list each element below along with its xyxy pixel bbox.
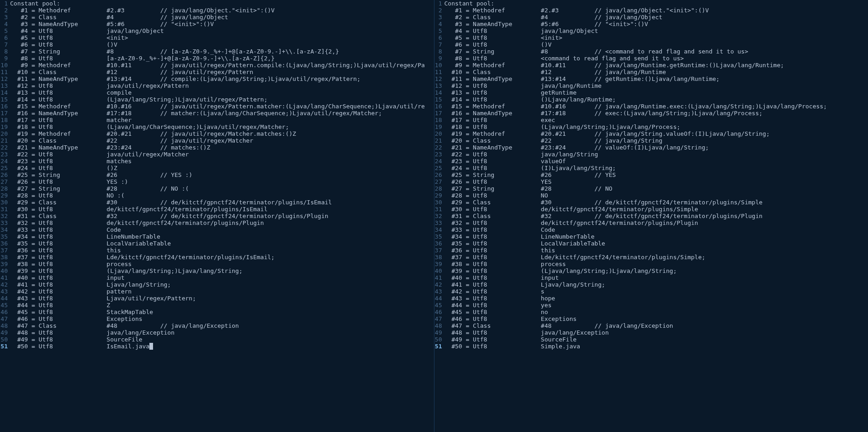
text-cursor — [149, 343, 153, 350]
code-line: #19 = Methodref #20.#21 // java/util/reg… — [10, 130, 434, 137]
line-number: 40 — [434, 267, 442, 274]
code-line: #15 = Methodref #10.#16 // java/util/reg… — [10, 103, 434, 110]
code-line: #32 = Utf8 de/kitctf/gpnctf24/terminator… — [445, 219, 868, 226]
code-line: #34 = Utf8 LineNumberTable — [445, 233, 868, 240]
code-line: #45 = Utf8 StackMapTable — [10, 309, 434, 315]
line-number: 30 — [0, 199, 8, 206]
line-number: 29 — [0, 192, 8, 199]
line-number: 19 — [0, 123, 8, 130]
line-number: 45 — [0, 302, 8, 309]
line-number: 48 — [0, 322, 8, 329]
line-number: 50 — [434, 336, 442, 343]
code-line: #4 = Utf8 java/lang/Object — [445, 27, 868, 34]
code-line: #39 = Utf8 (Ljava/lang/String;)Ljava/lan… — [10, 267, 434, 274]
right-pane[interactable]: 1234567891011121314151617181920212223242… — [434, 0, 868, 432]
line-number: 46 — [0, 309, 8, 315]
left-content[interactable]: Constant pool: #1 = Methodref #2.#3 // j… — [10, 0, 434, 350]
line-number: 3 — [0, 14, 8, 21]
code-line: #43 = Utf8 Ljava/util/regex/Pattern; — [10, 295, 434, 302]
code-line: #26 = Utf8 YES :) — [10, 178, 434, 185]
code-line: #9 = Methodref #10.#11 // java/util/rege… — [10, 62, 434, 69]
code-line: #48 = Utf8 java/lang/Exception — [10, 329, 434, 336]
line-number: 15 — [434, 96, 442, 103]
code-line: #25 = String #26 // YES :) — [10, 171, 434, 178]
line-number: 34 — [0, 226, 8, 233]
line-number: 16 — [434, 103, 442, 110]
code-line: #1 = Methodref #2.#3 // java/lang/Object… — [445, 7, 868, 14]
code-line: #12 = Utf8 java/util/regex/Pattern — [10, 82, 434, 89]
code-line: #11 = NameAndType #13:#14 // compile:(Lj… — [10, 75, 434, 82]
code-line: #37 = Utf8 Lde/kitctf/gpnctf24/terminato… — [10, 254, 434, 261]
line-number: 43 — [0, 288, 8, 295]
code-line: #44 = Utf8 yes — [445, 302, 868, 309]
line-number: 36 — [0, 240, 8, 247]
code-line: #22 = Utf8 java/lang/String — [445, 151, 868, 158]
code-line: #20 = Class #22 // java/util/regex/Match… — [10, 137, 434, 144]
code-line: #47 = Class #48 // java/lang/Exception — [10, 322, 434, 329]
line-number: 27 — [434, 178, 442, 185]
code-line: #10 = Class #12 // java/lang/Runtime — [445, 69, 868, 75]
line-number: 5 — [0, 27, 8, 34]
line-number: 48 — [434, 322, 442, 329]
line-number: 26 — [434, 171, 442, 178]
code-line: #32 = Utf8 de/kitctf/gpnctf24/terminator… — [10, 219, 434, 226]
line-number: 12 — [0, 75, 8, 82]
code-line: #19 = Methodref #20.#21 // java/lang/Str… — [445, 130, 868, 137]
code-line: #7 = String #8 // [a-zA-Z0-9._%+-]+@[a-z… — [10, 48, 434, 55]
line-number: 35 — [0, 233, 8, 240]
left-pane[interactable]: 1234567891011121314151617181920212223242… — [0, 0, 434, 432]
code-line: #18 = Utf8 (Ljava/lang/CharSequence;)Lja… — [10, 123, 434, 130]
line-number: 41 — [434, 274, 442, 281]
code-line: #48 = Utf8 java/lang/Exception — [445, 329, 868, 336]
right-content[interactable]: Constant pool: #1 = Methodref #2.#3 // j… — [445, 0, 868, 350]
line-number: 9 — [0, 55, 8, 62]
code-line: #28 = Utf8 NO — [445, 192, 868, 199]
code-line: #33 = Utf8 Code — [445, 226, 868, 233]
line-number: 3 — [434, 14, 442, 21]
code-line: #14 = Utf8 ()Ljava/lang/Runtime; — [445, 96, 868, 103]
code-line: #47 = Class #48 // java/lang/Exception — [445, 322, 868, 329]
code-line: #8 = Utf8 <command to read flag and send… — [445, 55, 868, 62]
code-line: #27 = String #28 // NO :( — [10, 185, 434, 192]
line-number: 43 — [434, 288, 442, 295]
code-line: #15 = Methodref #10.#16 // java/lang/Run… — [445, 103, 868, 110]
line-number: 20 — [0, 130, 8, 137]
code-line: #46 = Utf8 Exceptions — [445, 315, 868, 322]
code-line: #25 = String #26 // YES — [445, 171, 868, 178]
line-number: 21 — [434, 137, 442, 144]
code-line: #5 = Utf8 <init> — [445, 34, 868, 41]
code-line: #3 = NameAndType #5:#6 // "<init>":()V — [10, 21, 434, 27]
right-gutter: 1234567891011121314151617181920212223242… — [434, 0, 444, 432]
code-line: #40 = Utf8 input — [445, 274, 868, 281]
code-line: #31 = Class #32 // de/kitctf/gpnctf24/te… — [10, 213, 434, 219]
code-line: #40 = Utf8 input — [10, 274, 434, 281]
line-number: 1 — [434, 0, 442, 7]
code-line: #44 = Utf8 Z — [10, 302, 434, 309]
line-number: 14 — [0, 89, 8, 96]
code-line: #26 = Utf8 YES — [445, 178, 868, 185]
line-number: 46 — [434, 309, 442, 315]
line-number: 38 — [0, 254, 8, 261]
line-number: 33 — [0, 219, 8, 226]
line-number: 39 — [0, 261, 8, 267]
code-line: #23 = Utf8 matches — [10, 158, 434, 165]
code-line: #13 = Utf8 compile — [10, 89, 434, 96]
code-line: #29 = Class #30 // de/kitctf/gpnctf24/te… — [445, 199, 868, 206]
split-editor: 1234567891011121314151617181920212223242… — [0, 0, 868, 432]
code-line: #42 = Utf8 pattern — [10, 288, 434, 295]
code-line: #35 = Utf8 LocalVariableTable — [445, 240, 868, 247]
line-number: 42 — [434, 281, 442, 288]
line-number: 23 — [0, 151, 8, 158]
line-number: 8 — [434, 48, 442, 55]
line-number: 25 — [434, 165, 442, 171]
line-number: 49 — [434, 329, 442, 336]
line-number: 44 — [434, 295, 442, 302]
code-line: #3 = NameAndType #5:#6 // "<init>":()V — [445, 21, 868, 27]
code-line: #21 = NameAndType #23:#24 // matches:()Z — [10, 144, 434, 151]
line-number: 31 — [0, 206, 8, 213]
code-line: #5 = Utf8 <init> — [10, 34, 434, 41]
code-line: #36 = Utf8 this — [10, 247, 434, 254]
code-line: #30 = Utf8 de/kitctf/gpnctf24/terminator… — [445, 206, 868, 213]
code-line: #6 = Utf8 ()V — [445, 41, 868, 48]
code-line: #18 = Utf8 (Ljava/lang/String;)Ljava/lan… — [445, 123, 868, 130]
